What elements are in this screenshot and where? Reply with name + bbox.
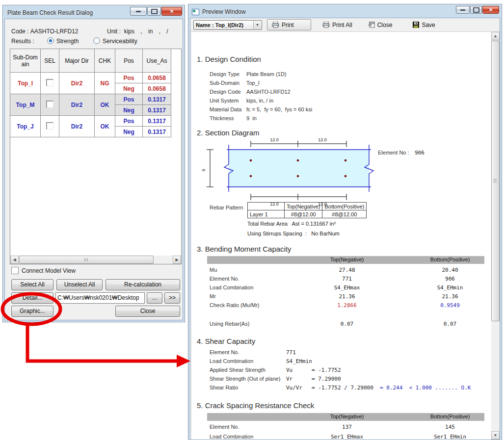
detail-button[interactable]: Detail... [11,292,53,304]
maximize-icon [473,7,479,13]
chevron-down-icon: ▼ [253,21,261,29]
col-major-dir: Major Dir [59,49,95,73]
graphic-button[interactable]: Graphic... [11,306,53,317]
scroll-up-button[interactable]: ▲ [491,32,500,40]
preview-frame: Name : Top_I(Dir2) ▼ Print Print All Clo… [190,18,500,440]
select-all-button[interactable]: Select All [11,279,53,290]
minimize-icon [136,11,141,12]
preview-close-button[interactable]: ✕ [482,6,499,14]
maximize-icon [151,9,158,14]
code-value: AASHTO-LRFD12 [30,28,79,35]
element-no-value: 906 [415,150,424,156]
scroll-down-icon: ▼ [494,433,498,438]
close-window-icon [368,22,375,28]
col-sub-domain: Sub-Domain [10,49,41,73]
preview-window-icon [192,9,199,15]
section5-column-header: Top(Negative) Bottom(Positive) [207,413,484,421]
scroll-down-button[interactable]: ▼ [491,431,500,440]
row-checkbox[interactable] [46,79,53,86]
radio-serviceability[interactable]: Serviceability [93,37,137,45]
report-content: 1. Design Condition Design TypePlate Bea… [191,32,491,440]
table-row[interactable]: Top_M Dir2 OK Pos 0.1317 [10,94,171,105]
row-checkbox[interactable] [46,122,53,129]
col-sel: SEL [41,49,59,73]
dialog-titlebar[interactable]: Plate Beam Check Result Dialog ✕ [4,7,183,19]
annotation-arrow-line [27,324,178,361]
unit-value: kips , in , / [124,28,168,35]
printer-icon [322,22,330,28]
results-list: Sub-Domain SEL Major Dir CHK Pos Use_As … [10,49,182,264]
code-label: Code : AASHTO-LRFD12 [11,28,79,35]
stirrups-spacing: Using Stirrups Spacing : No BarNum [247,231,340,236]
close-icon: ✕ [488,7,493,13]
plate-beam-check-result-dialog: Plate Beam Check Result Dialog ✕ Code : … [2,5,185,322]
shear-ratio-row: Shear RatioVu/Vr= -1.7752 / 7.29000= 0.2… [191,385,491,392]
dialog-title: Plate Beam Check Result Dialog [7,9,93,16]
preview-window: Preview Window ✕ Name : Top_I(Dir2) ▼ Pr… [188,4,502,440]
total-rebar-area: Total Rebar Area Ast = 0.131667 in² [247,221,336,227]
print-button[interactable]: Print [267,19,311,30]
vertical-scrollbar[interactable]: ▲ ▼ [491,32,500,440]
radio-strength[interactable]: Strength [47,37,79,45]
section3-column-header: Top(Negative) Bottom(Positive) [207,256,484,264]
recalculation-button[interactable]: Re-calculation [106,279,180,290]
results-label: Results : [11,38,34,45]
preview-title: Preview Window [202,8,246,15]
rebar-pattern-table: Top(Negative) Bottom(Positive) Layer 1 #… [247,202,367,218]
check-ratio-ok: 0.9549 [411,302,489,309]
unselect-all-button[interactable]: Unselect All [56,279,103,290]
close-preview-button[interactable]: Close [364,20,397,30]
scroll-right-button[interactable]: ▶ [173,256,181,264]
dim-left: 9 [201,169,206,171]
connect-model-view-checkbox[interactable]: Connect Model View [11,267,76,274]
element-no-label: Element No : [378,150,409,155]
shear-ratio-result: = 0.244 < 1.000 ....... O.K [380,385,471,391]
checkbox-icon [11,267,19,274]
scroll-left-button[interactable]: ◀ [10,256,19,264]
radio-strength-icon [47,37,54,44]
check-ratio-row: Check Ratio (Mu/Mr)1.28660.9549 [191,302,491,310]
output-path-field[interactable]: C:₩Users₩nsk0201₩Desktop [55,292,145,304]
table-row[interactable]: Top_J Dir2 OK Pos 0.1317 [10,116,171,127]
horizontal-scrollbar[interactable]: ◀ ▶ [10,256,181,264]
scroll-right-icon: ▶ [175,258,178,262]
close-button[interactable]: ✕ [161,7,182,16]
maximize-button[interactable] [147,7,161,16]
section1-heading: 1. Design Condition [197,55,261,63]
section3-heading: 3. Bending Moment Capacity [197,245,292,253]
vertical-scroll-thumb[interactable] [491,41,500,321]
section4-heading: 4. Shear Capacity [197,337,255,345]
name-dropdown[interactable]: Name : Top_I(Dir2) ▼ [193,20,262,30]
print-all-button[interactable]: Print All [318,20,357,30]
preview-toolbar: Name : Top_I(Dir2) ▼ Print Print All Clo… [190,18,500,32]
col-pos: Pos [115,49,143,73]
unit-label: Unit : kips , in , / [107,28,168,35]
minimize-icon [460,9,465,11]
preview-titlebar[interactable]: Preview Window ✕ [190,6,500,18]
preview-minimize-button[interactable] [456,6,470,14]
results-table: Sub-Domain SEL Major Dir CHK Pos Use_As … [10,49,171,137]
table-row[interactable]: Top_I Dir2 NG Pos 0.0658 [10,73,171,83]
browse-button[interactable]: ... [147,292,162,304]
minimize-button[interactable] [130,7,147,16]
radio-serviceability-icon [93,37,100,44]
results-header-row: Sub-Domain SEL Major Dir CHK Pos Use_As [10,49,171,73]
section5-heading: 5. Crack Spacing Resistance Check [197,401,314,410]
dialog-body: Code : AASHTO-LRFD12 Unit : kips , in , … [4,19,183,320]
row-checkbox[interactable] [46,101,53,108]
save-button[interactable]: Save [408,20,439,30]
scroll-left-icon: ◀ [13,258,16,262]
col-chk: CHK [95,49,115,73]
section-diagram: 12.0 12.0 12.0 12.0 9 [198,136,385,209]
dim-top-1: 12.0 [270,137,279,142]
check-ratio-ng: 1.2866 [308,302,386,309]
close-icon: ✕ [169,9,174,14]
dim-top-2: 12.0 [318,137,327,142]
floppy-disk-icon [413,22,419,28]
horizontal-scroll-thumb[interactable] [19,256,154,264]
expand-button[interactable]: >> [164,292,180,304]
preview-maximize-button[interactable] [470,6,482,14]
dialog-close-button[interactable]: Close [115,306,180,317]
col-use-as: Use_As [143,49,171,73]
printer-icon [272,22,279,28]
